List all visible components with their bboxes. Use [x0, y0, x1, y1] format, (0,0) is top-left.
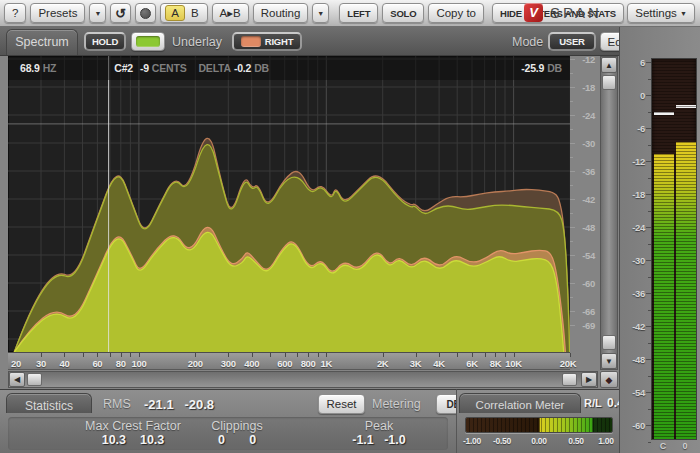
- out-scale-label: -6: [637, 123, 645, 134]
- hscroll-thumb-right[interactable]: [562, 373, 577, 386]
- freq-axis-tick: [228, 353, 229, 357]
- freq-axis-tick: [285, 353, 286, 357]
- out-scale-label: -24: [632, 222, 645, 233]
- vertical-scrollbar[interactable]: ▲ ▼: [600, 56, 618, 370]
- mode-user-button[interactable]: USER: [548, 32, 596, 51]
- scroll-right-button[interactable]: ▶: [581, 372, 597, 387]
- solo-button[interactable]: SOLO: [382, 3, 424, 23]
- spectrum-header-row: Spectrum HOLD Underlay RIGHT Mode USER E…: [0, 27, 700, 56]
- out-scale-label: -54: [632, 387, 645, 398]
- horizontal-scrollbar[interactable]: ◀ ▶: [8, 371, 598, 388]
- routing-button[interactable]: Routing: [253, 3, 309, 23]
- db-scale-label: -42: [582, 194, 595, 205]
- chevron-down-icon: ▼: [680, 10, 687, 17]
- db-scale-minor-tick: [570, 73, 573, 74]
- presets-button[interactable]: Presets: [30, 3, 85, 23]
- out-scale-label: -18: [632, 189, 645, 200]
- brand-name: SPAN: [550, 4, 602, 21]
- freq-axis-tick: [41, 353, 42, 357]
- reset-button[interactable]: Reset: [318, 394, 365, 414]
- db-scale-minor-tick: [570, 269, 573, 270]
- vscroll-thumb-top[interactable]: [602, 75, 616, 90]
- freq-axis-label: 100: [131, 358, 146, 369]
- freq-axis-label: 400: [244, 358, 259, 369]
- out-scale-label: -12: [632, 156, 645, 167]
- crest-factor-group: Max Crest Factor 10.3 10.3: [85, 419, 181, 447]
- db-scale-minor-tick: [570, 213, 573, 214]
- db-scale-tick: [570, 199, 575, 200]
- color-scheme-button[interactable]: [135, 3, 156, 23]
- freq-axis-tick: [97, 353, 98, 357]
- freq-axis-label: 1K: [320, 358, 332, 369]
- db-scale-tick: [570, 283, 575, 284]
- freq-axis-tick: [308, 353, 309, 357]
- db-scale: -12-18-24-30-36-42-48-54-60-66-69: [570, 56, 599, 356]
- db-scale-tick: [570, 87, 575, 88]
- freq-axis-tick: [130, 353, 131, 357]
- rms-label: RMS: [103, 397, 131, 411]
- db-scale-minor-tick: [570, 297, 573, 298]
- out-scale-label: -36: [632, 288, 645, 299]
- freq-axis-label: 10K: [505, 358, 522, 369]
- undo-button[interactable]: ↺: [110, 3, 131, 23]
- freq-axis-label: 2K: [377, 358, 389, 369]
- output-meter-bars[interactable]: [651, 58, 697, 440]
- freq-axis-label: 300: [221, 358, 236, 369]
- db-scale-tick: [570, 143, 575, 144]
- cursor-cents-unit: CENTS: [152, 62, 187, 74]
- vscroll-thumb-bottom[interactable]: [602, 335, 616, 350]
- freq-axis-label: 30: [36, 358, 46, 369]
- correlation-channel-label: R/L: [584, 397, 602, 409]
- out-scale-minor-tick: [648, 442, 651, 443]
- freq-axis-tick: [297, 353, 298, 357]
- copy-to-button[interactable]: Copy to: [428, 3, 484, 23]
- cursor-level-value: -25.9: [521, 62, 544, 74]
- freq-axis-tick: [326, 353, 327, 357]
- freq-axis-label: 3K: [410, 358, 422, 369]
- a-to-b-copy-button[interactable]: A▸B: [212, 3, 249, 23]
- underlay-right-button[interactable]: RIGHT: [232, 32, 302, 51]
- freq-axis-tick: [318, 353, 319, 357]
- tab-spectrum[interactable]: Spectrum: [6, 29, 78, 55]
- freq-axis-tick: [121, 353, 122, 357]
- hold-button[interactable]: HOLD: [84, 32, 126, 51]
- scroll-down-button[interactable]: ▼: [601, 353, 617, 369]
- freq-axis-tick: [457, 353, 458, 357]
- db-scale-label: -60: [582, 278, 595, 289]
- correlation-bar-segments: [466, 418, 612, 432]
- tab-correlation-meter[interactable]: Correlation Meter: [459, 393, 581, 413]
- main-color-button[interactable]: [131, 32, 165, 51]
- freq-axis-tick: [64, 353, 65, 357]
- freq-axis-label: 60: [92, 358, 102, 369]
- presets-dropdown-button[interactable]: ▼: [89, 3, 106, 23]
- clippings-label: Clippings: [211, 419, 262, 433]
- db-scale-label: -48: [582, 222, 595, 233]
- hscroll-thumb-left[interactable]: [27, 373, 42, 386]
- db-scale-tick: [570, 325, 575, 326]
- ab-a-active[interactable]: A: [165, 5, 185, 21]
- db-scale-label: -18: [582, 82, 595, 93]
- db-scale-label: -36: [582, 166, 595, 177]
- freq-axis-label: 40: [59, 358, 69, 369]
- scroll-left-button[interactable]: ◀: [9, 372, 25, 387]
- brand: V SPAN: [524, 3, 602, 22]
- freq-axis-tick: [505, 353, 506, 357]
- correlation-scale-label: -0.50: [493, 436, 511, 446]
- cursor-freq-unit: HZ: [43, 62, 57, 74]
- channel-left-button[interactable]: LEFT: [339, 3, 378, 23]
- ab-toggle-button[interactable]: A B: [160, 3, 207, 23]
- scroll-home-button[interactable]: ◆: [600, 371, 618, 388]
- help-button[interactable]: ?: [4, 3, 26, 23]
- freq-axis-label: 80: [116, 358, 126, 369]
- mode-label: Mode: [512, 35, 543, 49]
- freq-axis-label: 200: [188, 358, 203, 369]
- freq-axis-tick: [485, 353, 486, 357]
- spectrum-plot[interactable]: 68.9 HZ C#2 -9 CENTS DELTA -0.2 DB -25.9…: [8, 56, 570, 352]
- routing-dropdown-button[interactable]: ▼: [312, 3, 329, 23]
- scroll-up-button[interactable]: ▲: [601, 57, 617, 73]
- rms-values: -21.1 -20.8: [144, 397, 214, 412]
- tab-statistics[interactable]: Statistics: [6, 393, 92, 413]
- settings-button[interactable]: Settings ▼: [627, 3, 695, 23]
- ab-b[interactable]: B: [187, 6, 203, 20]
- correlation-scale: -1.00-0.500.000.501.00: [465, 436, 613, 448]
